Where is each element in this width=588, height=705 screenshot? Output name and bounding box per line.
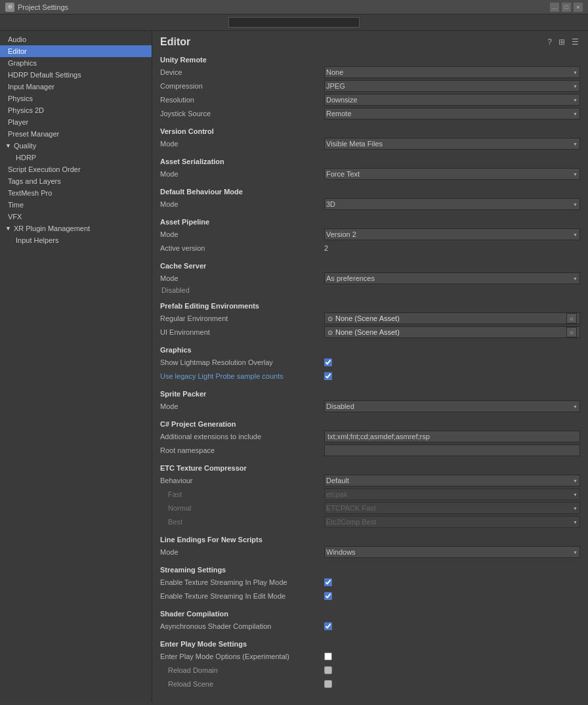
sidebar-item-vfx[interactable]: VFX: [0, 211, 152, 223]
menu-btn[interactable]: …: [550, 3, 559, 12]
field-async-shader: Asynchronous Shader Compilation: [160, 620, 580, 632]
help-icon[interactable]: ?: [546, 36, 553, 48]
sidebar-item-textmesh-pro[interactable]: TextMesh Pro: [0, 187, 152, 199]
etc-best-select[interactable]: Etc2Comp Best: [324, 516, 580, 528]
section-asset-pipeline: Asset Pipeline: [160, 218, 580, 226]
field-vc-mode: Mode Visible Meta Files: [160, 138, 580, 150]
compression-select[interactable]: JPEG: [324, 80, 580, 92]
sidebar-item-hdrp-default[interactable]: HDRP Default Settings: [0, 69, 152, 81]
section-cache-server: Cache Server: [160, 262, 580, 270]
sidebar-item-editor[interactable]: Editor: [0, 45, 152, 57]
le-mode-select[interactable]: Windows: [324, 546, 580, 558]
stream-play-checkbox[interactable]: [324, 578, 332, 586]
section-streaming: Streaming Settings: [160, 566, 580, 574]
play-mode-options-checkbox[interactable]: [324, 652, 332, 660]
field-stream-edit: Enable Texture Streaming In Edit Mode: [160, 590, 580, 602]
sidebar-item-player[interactable]: Player: [0, 116, 152, 128]
arrow-icon: ▼: [5, 142, 11, 149]
section-play-mode: Enter Play Mode Settings: [160, 640, 580, 648]
maximize-btn[interactable]: □: [562, 3, 571, 12]
title-bar: ⚙ Project Settings … □ ×: [0, 0, 588, 14]
async-shader-checkbox[interactable]: [324, 622, 332, 630]
etc-behaviour-select[interactable]: Default: [324, 475, 580, 486]
main-layout: Audio Editor Graphics HDRP Default Setti…: [0, 31, 588, 702]
cs-mode-select[interactable]: As preferences: [324, 272, 580, 284]
close-btn[interactable]: ×: [574, 3, 583, 12]
regular-env-picker-btn[interactable]: ○: [566, 313, 577, 324]
field-stream-play: Enable Texture Streaming In Play Mode: [160, 576, 580, 588]
sidebar-item-time[interactable]: Time: [0, 199, 152, 211]
db-mode-select[interactable]: 3D: [324, 198, 580, 210]
legacy-probe-checkbox[interactable]: [324, 372, 332, 380]
reload-domain-checkbox[interactable]: [324, 666, 332, 674]
field-resolution: Resolution Downsize: [160, 94, 580, 106]
overflow-icon[interactable]: ☰: [570, 36, 580, 48]
settings-icon[interactable]: ⊞: [557, 36, 566, 48]
field-etc-normal: Normal ETCPACK Fast: [160, 502, 580, 514]
scene-icon-ui: ⊙: [327, 329, 333, 336]
extensions-input[interactable]: [324, 431, 580, 442]
field-joystick-source: Joystick Source Remote: [160, 108, 580, 119]
section-sprite-packer: Sprite Packer: [160, 390, 580, 398]
window-controls: … □ ×: [550, 3, 583, 12]
device-select[interactable]: None: [324, 66, 580, 78]
reload-scene-checkbox[interactable]: [324, 680, 332, 688]
vc-mode-select[interactable]: Visible Meta Files: [324, 138, 580, 150]
legacy-probe-link[interactable]: Use legacy Light Probe sample counts: [160, 372, 284, 380]
window-title: Project Settings: [18, 3, 550, 11]
field-root-namespace: Root namespace: [160, 444, 580, 456]
etc-normal-select[interactable]: ETCPACK Fast: [324, 502, 580, 514]
sidebar-item-input-helpers[interactable]: Input Helpers: [0, 234, 152, 246]
show-lightmap-checkbox[interactable]: [324, 358, 332, 366]
content-header: Editor ? ⊞ ☰: [160, 36, 580, 48]
scene-icon: ⊙: [327, 315, 333, 322]
resolution-select[interactable]: Downsize: [324, 94, 580, 106]
stream-edit-checkbox[interactable]: [324, 592, 332, 600]
sidebar-category-xr-plugin[interactable]: ▼XR Plugin Management: [0, 223, 152, 234]
field-device: Device None: [160, 66, 580, 78]
sidebar-item-audio[interactable]: Audio: [0, 33, 152, 45]
field-legacy-probe: Use legacy Light Probe sample counts: [160, 370, 580, 382]
sidebar: Audio Editor Graphics HDRP Default Setti…: [0, 31, 152, 702]
sidebar-category-quality[interactable]: ▼Quality: [0, 140, 152, 152]
ui-env-value: None (Scene Asset): [335, 328, 400, 336]
section-line-endings: Line Endings For New Scripts: [160, 536, 580, 544]
section-shader-compilation: Shader Compilation: [160, 610, 580, 618]
sidebar-item-tags-layers[interactable]: Tags and Layers: [0, 175, 152, 187]
section-graphics: Graphics: [160, 346, 580, 354]
field-compression: Compression JPEG: [160, 80, 580, 92]
field-sp-mode: Mode Disabled: [160, 400, 580, 412]
field-etc-best: Best Etc2Comp Best: [160, 516, 580, 528]
search-input[interactable]: [228, 17, 360, 28]
window-icon: ⚙: [5, 3, 14, 12]
sidebar-item-graphics[interactable]: Graphics: [0, 57, 152, 69]
root-namespace-input[interactable]: [324, 444, 580, 456]
field-reload-domain: Reload Domain: [160, 664, 580, 676]
section-csharp-project: C# Project Generation: [160, 420, 580, 428]
sidebar-item-hdrp[interactable]: HDRP: [0, 152, 152, 163]
sidebar-item-input-manager[interactable]: Input Manager: [0, 81, 152, 93]
section-etc-texture: ETC Texture Compressor: [160, 464, 580, 472]
sidebar-item-physics[interactable]: Physics: [0, 93, 152, 104]
field-active-version: Active version 2: [160, 242, 580, 254]
sidebar-item-physics-2d[interactable]: Physics 2D: [0, 104, 152, 116]
sidebar-item-script-execution[interactable]: Script Execution Order: [0, 163, 152, 175]
joystick-source-select[interactable]: Remote: [324, 108, 580, 119]
field-cs-mode: Mode As preferences: [160, 272, 580, 284]
field-ui-env: UI Environment ⊙ None (Scene Asset) ○: [160, 326, 580, 338]
field-etc-fast: Fast etcpak: [160, 488, 580, 500]
ap-mode-select[interactable]: Version 2: [324, 228, 580, 240]
sidebar-item-preset-manager[interactable]: Preset Manager: [0, 128, 152, 140]
field-regular-env: Regular Environment ⊙ None (Scene Asset)…: [160, 312, 580, 324]
regular-env-value: None (Scene Asset): [335, 314, 400, 322]
header-icons: ? ⊞ ☰: [546, 36, 580, 48]
section-version-control: Version Control: [160, 127, 580, 135]
as-mode-select[interactable]: Force Text: [324, 168, 580, 180]
section-default-behaviour: Default Behaviour Mode: [160, 188, 580, 196]
sp-mode-select[interactable]: Disabled: [324, 400, 580, 412]
ui-env-picker-btn[interactable]: ○: [566, 327, 577, 337]
cache-server-disabled-text: Disabled: [160, 286, 580, 294]
etc-fast-select[interactable]: etcpak: [324, 488, 580, 500]
field-etc-behaviour: Behaviour Default: [160, 475, 580, 486]
search-bar: [0, 14, 588, 31]
